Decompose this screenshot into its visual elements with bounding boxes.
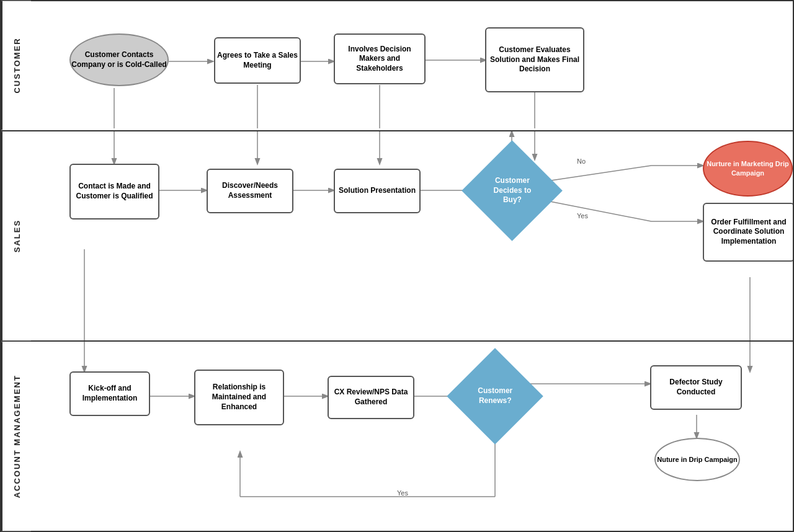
acc4-shape: Customer Renews? xyxy=(447,348,543,445)
cust1-label: Customer Contacts Company or is Cold-Cal… xyxy=(71,50,167,69)
svg-line-15 xyxy=(547,166,651,181)
sal2-shape: Discover/Needs Assessment xyxy=(207,169,293,213)
account-lane-content: No Yes Kick-off and Implementation Relat… xyxy=(31,342,793,531)
acc4-label: Customer Renews? xyxy=(470,386,520,406)
sal4-label: Customer Decides to Buy? xyxy=(488,176,537,205)
acc1-shape: Kick-off and Implementation xyxy=(69,371,150,416)
account-lane: ACCOUNT MANAGEMENT xyxy=(1,342,793,531)
yes-label-sales: Yes xyxy=(577,212,588,219)
cust2-shape: Agrees to Take a Sales Meeting xyxy=(214,37,301,84)
sal1-shape: Contact is Made and Customer is Qualifie… xyxy=(69,164,159,219)
sal3-shape: Solution Presentation xyxy=(334,169,421,213)
sal5-label: Nurture in Marketing Drip Campaign xyxy=(704,159,792,177)
sal6-label: Order Fulfillment and Coordinate Solutio… xyxy=(704,218,793,247)
sal5-shape: Nurture in Marketing Drip Campaign xyxy=(703,141,793,197)
cust3-label: Involves Decision Makers and Stakeholder… xyxy=(335,45,424,74)
account-lane-label: ACCOUNT MANAGEMENT xyxy=(1,342,31,531)
diagram-container: CUSTOMER xyxy=(0,0,794,532)
sal3-label: Solution Presentation xyxy=(339,186,416,196)
svg-line-17 xyxy=(547,201,651,221)
sal6-shape: Order Fulfillment and Coordinate Solutio… xyxy=(703,203,793,262)
yes-label-account: Yes xyxy=(397,489,408,497)
customer-lane-content: Customer Contacts Company or is Cold-Cal… xyxy=(31,1,793,130)
acc6-label: Nuture in Drip Campaign xyxy=(657,455,738,464)
cust4-label: Customer Evaluates Solution and Makes Fi… xyxy=(486,45,583,74)
acc6-shape: Nuture in Drip Campaign xyxy=(654,438,740,481)
sal4-shape: Customer Decides to Buy? xyxy=(462,140,563,241)
sal2-label: Discover/Needs Assessment xyxy=(208,181,292,200)
cust4-shape: Customer Evaluates Solution and Makes Fi… xyxy=(485,27,584,92)
cust1-shape: Customer Contacts Company or is Cold-Cal… xyxy=(69,33,169,86)
cust3-shape: Involves Decision Makers and Stakeholder… xyxy=(334,33,426,84)
sales-lane-content: No Yes Contact is Made and Customer is Q… xyxy=(31,131,793,340)
no-label-sales: No xyxy=(577,157,586,165)
acc1-label: Kick-off and Implementation xyxy=(71,384,149,403)
sal1-label: Contact is Made and Customer is Qualifie… xyxy=(71,182,158,201)
acc5-shape: Defector Study Conducted xyxy=(650,365,742,410)
customer-lane-label: CUSTOMER xyxy=(1,1,31,130)
customer-lane: CUSTOMER xyxy=(1,1,793,131)
acc3-label: CX Review/NPS Data Gathered xyxy=(329,388,413,407)
acc3-shape: CX Review/NPS Data Gathered xyxy=(328,376,414,419)
sales-lane: SALES xyxy=(1,131,793,342)
sales-lane-label: SALES xyxy=(1,131,31,340)
cust2-label: Agrees to Take a Sales Meeting xyxy=(215,51,300,70)
acc5-label: Defector Study Conducted xyxy=(651,378,741,397)
acc2-shape: Relationship is Maintained and Enhanced xyxy=(194,370,284,425)
acc2-label: Relationship is Maintained and Enhanced xyxy=(195,383,283,412)
